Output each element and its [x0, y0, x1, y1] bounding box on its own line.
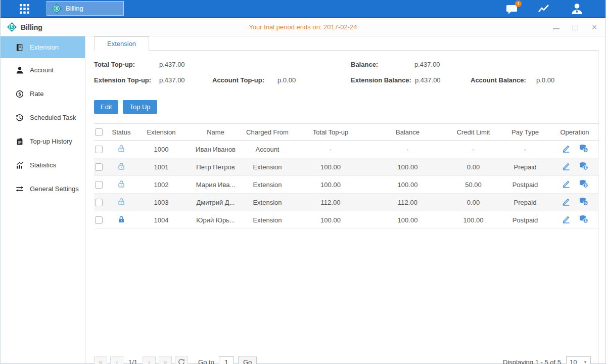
sidebar-item-scheduled-task[interactable]: Scheduled Task [1, 106, 85, 129]
prev-page-button[interactable]: ‹ [110, 356, 123, 364]
extension-icon [16, 43, 24, 52]
navbar-right-icons: ! [504, 2, 584, 16]
cell-name: Петр Петров [189, 163, 242, 171]
cell-extension: 1004 [133, 216, 189, 224]
balance-summary: Total Top-up: p.437.00 Balance: p.437.00… [94, 60, 597, 93]
edit-row-icon[interactable] [562, 180, 571, 190]
edit-row-icon[interactable] [562, 198, 571, 207]
cell-pay-type: Prepaid [500, 199, 550, 206]
balance-label: Balance: [351, 61, 378, 68]
pagination-bar: « ‹ 1/1 › » Go to Go Displa [94, 355, 591, 364]
app-grid-icon[interactable] [20, 4, 29, 16]
cell-credit-limit: 50.00 [447, 181, 500, 189]
cell-total-topup: - [293, 146, 368, 153]
first-page-button[interactable]: « [94, 356, 107, 364]
col-operation: Operation [550, 128, 599, 136]
main-content: Extension Total Top-up: p.437.00 Balance… [85, 36, 605, 363]
row-checkbox[interactable] [95, 146, 103, 153]
cell-total-topup: 100.00 [293, 181, 368, 189]
window-titlebar: Billing Your trial period ends on: 2017-… [1, 18, 605, 36]
extension-balance-value: p.437.00 [415, 76, 441, 84]
topup-row-icon[interactable] [579, 179, 588, 190]
account-balance-label: Account Balance: [471, 76, 526, 84]
close-button[interactable]: × [590, 23, 598, 31]
statistics-icon [16, 161, 24, 169]
table-row: 1003 Дмитрий Д... Extension 112.00 112.0… [94, 194, 599, 211]
minimize-button[interactable] [552, 23, 560, 31]
col-balance: Balance [368, 128, 447, 136]
topup-row-icon[interactable] [579, 215, 588, 225]
unlocked-icon [109, 198, 133, 207]
billing-diamond-icon [52, 4, 62, 14]
sidebar-item-rate[interactable]: $ Rate [1, 82, 85, 106]
cell-extension: 1002 [133, 181, 189, 189]
total-topup-label: Total Top-up: [94, 61, 135, 68]
cell-pay-type: Postpaid [500, 181, 550, 189]
row-checkbox[interactable] [95, 199, 103, 206]
chat-icon[interactable]: ! [504, 2, 520, 16]
sidebar-item-extension[interactable]: Extension [1, 36, 85, 58]
chevron-down-icon: ▼ [583, 360, 587, 364]
sidebar-item-general-settings[interactable]: General Settings [1, 177, 85, 201]
next-page-button[interactable]: › [143, 356, 156, 364]
account-topup-label: Account Top-up: [212, 76, 264, 84]
account-topup-value: p.0.00 [277, 76, 296, 84]
col-pay-type: Pay Type [500, 128, 550, 136]
cell-credit-limit: 0.00 [447, 163, 500, 171]
goto-page-input[interactable] [219, 356, 234, 364]
account-icon [16, 66, 24, 74]
cell-name: Дмитрий Д... [189, 199, 242, 206]
table-row: 1004 Юрий Юрь... Extension 100.00 100.00… [94, 211, 599, 229]
sidebar-item-label: Scheduled Task [30, 114, 76, 121]
select-all-checkbox[interactable] [95, 128, 103, 136]
navbar-billing-tab[interactable]: Billing [46, 1, 124, 16]
topup-row-icon[interactable] [579, 144, 588, 154]
top-navbar: Billing ! [1, 0, 605, 18]
refresh-button[interactable] [175, 356, 188, 364]
action-buttons: Edit Top Up [94, 100, 597, 114]
topup-row-icon[interactable] [579, 197, 588, 207]
cell-extension: 1000 [133, 146, 189, 153]
col-extension: Extension [133, 128, 189, 136]
topup-button[interactable]: Top Up [123, 100, 157, 114]
row-checkbox[interactable] [95, 163, 103, 171]
table-row: 1002 Мария Ива... Extension 100.00 100.0… [94, 176, 599, 194]
cell-charged-from: Extension [242, 216, 293, 224]
go-button[interactable]: Go [238, 356, 257, 364]
goto-label: Go to [198, 358, 214, 364]
cell-name: Мария Ива... [189, 181, 242, 189]
cell-balance: 100.00 [368, 181, 447, 189]
svg-text:$: $ [18, 92, 21, 97]
cell-extension: 1003 [133, 199, 189, 206]
sidebar-item-account[interactable]: Account [1, 58, 85, 82]
sidebar-item-label: Statistics [30, 161, 56, 169]
scheduled-task-icon [16, 114, 24, 122]
col-total-topup: Total Top-up [293, 128, 368, 136]
sidebar-item-topup-history[interactable]: Top-up History [1, 129, 85, 153]
topup-row-icon[interactable] [579, 162, 588, 172]
tab-strip: Extension [94, 36, 598, 51]
edit-button[interactable]: Edit [94, 100, 118, 114]
col-credit-limit: Credit Limit [447, 128, 500, 136]
last-page-button[interactable]: » [159, 356, 172, 364]
monitor-chart-icon[interactable] [537, 2, 552, 16]
sidebar-item-statistics[interactable]: Statistics [1, 153, 85, 177]
table-header-row: Status Extension Name Charged From Total… [94, 123, 599, 141]
tab-extension[interactable]: Extension [94, 36, 149, 51]
edit-row-icon[interactable] [562, 215, 571, 225]
maximize-button[interactable] [571, 23, 579, 31]
row-checkbox[interactable] [95, 181, 103, 189]
page-size-select[interactable]: 10 ▼ [566, 356, 591, 364]
cell-total-topup: 112.00 [293, 199, 368, 206]
cell-credit-limit: - [447, 146, 500, 153]
total-topup-value: p.437.00 [159, 61, 185, 68]
edit-row-icon[interactable] [562, 162, 571, 172]
rate-icon: $ [16, 90, 24, 98]
row-checkbox[interactable] [95, 216, 103, 224]
page-size-value: 10 [570, 358, 577, 364]
user-account-icon[interactable] [569, 2, 584, 16]
edit-row-icon[interactable] [562, 145, 571, 154]
trial-notice: Your trial period ends on: 2017-02-24 [249, 23, 357, 31]
cell-name: Иван Иванов [189, 146, 242, 153]
cell-extension: 1001 [133, 163, 189, 171]
